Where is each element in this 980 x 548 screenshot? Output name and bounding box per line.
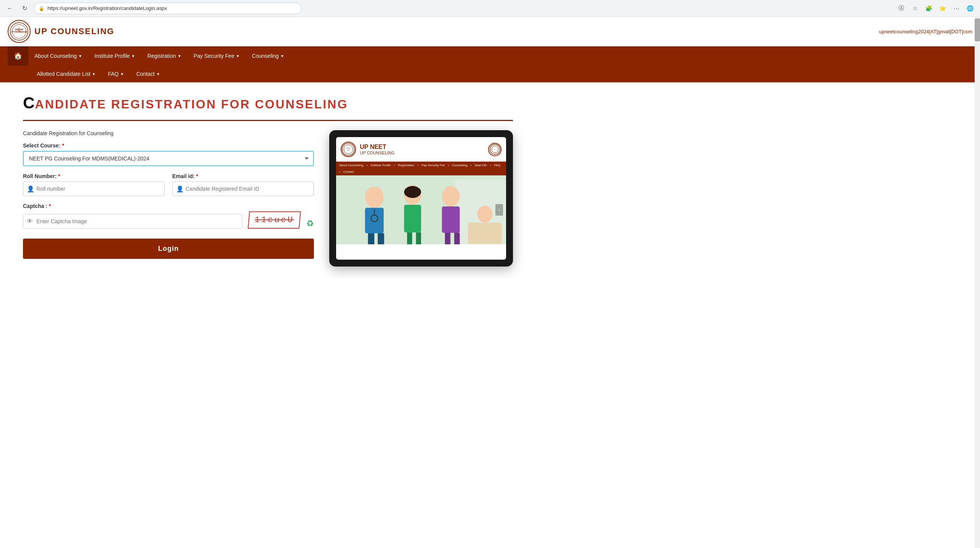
svg-rect-20 bbox=[404, 205, 421, 232]
tablet-next-icon[interactable]: › bbox=[495, 204, 503, 216]
roll-number-label: Roll Number: * bbox=[23, 173, 165, 179]
nav-counseling[interactable]: Counseling ▼ bbox=[246, 47, 290, 64]
tablet-image-area: › bbox=[336, 175, 506, 244]
svg-rect-27 bbox=[454, 233, 460, 244]
captcha-input-wrapper: 👁 bbox=[23, 214, 242, 229]
svg-point-24 bbox=[442, 186, 460, 206]
roll-number-input-wrapper: 👤 bbox=[23, 182, 165, 196]
course-select[interactable]: NEET PG Counseling For MDMS(MEDICAL)-202… bbox=[23, 151, 314, 166]
registration-arrow-icon: ▼ bbox=[178, 54, 181, 58]
nav-row-1: 🏠 About Counseling ▼ Institute Profile ▼… bbox=[8, 46, 972, 65]
svg-point-23 bbox=[404, 186, 421, 198]
svg-rect-22 bbox=[416, 232, 421, 244]
bookmark-icon-btn[interactable]: ⭐ bbox=[937, 3, 948, 14]
more-icon-btn[interactable]: ⋯ bbox=[951, 3, 962, 14]
select-course-label: Select Course: * bbox=[23, 142, 314, 149]
favorites-icon-btn[interactable]: ☆ bbox=[910, 3, 920, 14]
email-input[interactable] bbox=[172, 182, 314, 196]
title-divider bbox=[23, 120, 513, 121]
captcha-input[interactable] bbox=[23, 214, 242, 229]
user-icon-roll: 👤 bbox=[27, 185, 34, 193]
user-icon-email: 👤 bbox=[176, 185, 184, 193]
site-header: GOVT OF UTTAR PRADESH UP COUNSELING upne… bbox=[0, 17, 980, 46]
home-nav-button[interactable]: 🏠 bbox=[8, 46, 28, 65]
roll-number-input[interactable] bbox=[23, 182, 165, 196]
institute-arrow-icon: ▼ bbox=[131, 54, 135, 58]
tablet-logo-text-area: UP NEET UP COUNSELING bbox=[360, 144, 395, 155]
nav-faq[interactable]: FAQ ▼ bbox=[102, 65, 130, 82]
nav-contact[interactable]: Contact ▼ bbox=[130, 65, 166, 82]
svg-rect-15 bbox=[368, 233, 374, 244]
svg-point-10 bbox=[492, 146, 498, 153]
address-bar[interactable]: 🔒 https://upneet.gov.in/Registration/can… bbox=[34, 3, 302, 14]
svg-rect-21 bbox=[407, 232, 412, 244]
header-email: upneetcounseling2024[AT]gmail[DOT]com bbox=[879, 29, 972, 34]
login-button[interactable]: Login bbox=[23, 239, 314, 259]
tablet-nav: About Counseling • Institute Profile • R… bbox=[336, 162, 506, 175]
form-section-title: Candidate Registration for Counseling bbox=[23, 130, 314, 136]
captcha-row: 👁 11cueU ♻ bbox=[23, 211, 314, 229]
tablet-preview: GOVT UP UP NEET UP COUNSELING bbox=[329, 130, 513, 267]
email-label: Email id: * bbox=[172, 173, 314, 179]
captcha-group: Captcha : * 👁 11cueU ♻ bbox=[23, 203, 314, 229]
email-group: Email id: * 👤 bbox=[172, 173, 314, 196]
captcha-label: Captcha : * bbox=[23, 203, 314, 209]
captcha-input-group: 👁 bbox=[23, 214, 242, 229]
counseling-arrow-icon: ▼ bbox=[280, 54, 284, 58]
email-input-wrapper: 👤 bbox=[172, 182, 314, 196]
tablet-logo-main: UP NEET bbox=[360, 144, 395, 150]
page-content: CANDIDATE REGISTRATION FOR COUNSELING Ca… bbox=[0, 82, 536, 278]
nav-row-2: Allotted Candidate List ▼ FAQ ▼ Contact … bbox=[8, 65, 972, 82]
svg-rect-16 bbox=[378, 233, 384, 244]
profile-icon-btn[interactable]: Ⓐ bbox=[896, 3, 906, 14]
main-navigation: 🏠 About Counseling ▼ Institute Profile ▼… bbox=[0, 46, 980, 82]
tablet-logo-emblem-left: GOVT UP bbox=[341, 142, 356, 157]
svg-point-13 bbox=[365, 186, 384, 208]
tablet-logo-area: GOVT UP UP NEET UP COUNSELING bbox=[336, 137, 506, 162]
eye-icon: 👁 bbox=[27, 218, 33, 225]
required-star-roll: * bbox=[58, 173, 60, 179]
pay-arrow-icon: ▼ bbox=[236, 54, 240, 58]
about-arrow-icon: ▼ bbox=[78, 54, 82, 58]
page-title: CANDIDATE REGISTRATION FOR COUNSELING bbox=[23, 94, 513, 112]
nav-registration[interactable]: Registration ▼ bbox=[141, 47, 188, 64]
site-logo: GOVT OF UTTAR PRADESH UP COUNSELING bbox=[8, 20, 114, 43]
browser-toolbar: Ⓐ ☆ 🧩 ⭐ ⋯ 🌐 bbox=[896, 3, 975, 14]
browser-chrome: ← ↻ 🔒 https://upneet.gov.in/Registration… bbox=[0, 0, 980, 17]
url-text: https://upneet.gov.in/Registration/candi… bbox=[47, 5, 167, 11]
tablet-frame: GOVT UP UP NEET UP COUNSELING bbox=[329, 130, 513, 267]
faq-arrow-icon: ▼ bbox=[120, 72, 124, 76]
svg-rect-26 bbox=[445, 233, 450, 244]
refresh-captcha-button[interactable]: ♻ bbox=[306, 219, 314, 229]
roll-number-group: Roll Number: * 👤 bbox=[23, 173, 165, 196]
tablet-logo-emblem-right bbox=[488, 143, 501, 156]
nav-about-counseling[interactable]: About Counseling ▼ bbox=[28, 47, 88, 64]
back-button[interactable]: ← bbox=[5, 3, 15, 14]
required-star-email: * bbox=[196, 173, 198, 179]
nav-allotted-candidate-list[interactable]: Allotted Candidate List ▼ bbox=[31, 65, 102, 82]
nav-institute-profile[interactable]: Institute Profile ▼ bbox=[88, 47, 141, 64]
extensions-icon-btn[interactable]: 🧩 bbox=[923, 3, 934, 14]
contact-arrow-icon: ▼ bbox=[156, 72, 160, 76]
required-star-course: * bbox=[62, 142, 64, 149]
scrollbar[interactable] bbox=[975, 17, 980, 278]
refresh-button[interactable]: ↻ bbox=[19, 3, 30, 14]
scrollbar-thumb[interactable] bbox=[975, 18, 980, 41]
allotted-arrow-icon: ▼ bbox=[92, 72, 96, 76]
doctors-illustration bbox=[336, 175, 506, 244]
select-course-group: Select Course: * NEET PG Counseling For … bbox=[23, 142, 314, 166]
lock-icon: 🔒 bbox=[39, 6, 44, 11]
tablet-logo-sub: UP COUNSELING bbox=[360, 150, 395, 155]
required-star-captcha: * bbox=[49, 203, 51, 209]
svg-rect-29 bbox=[468, 222, 502, 244]
svg-text:UP: UP bbox=[347, 149, 350, 151]
logo-text: UP COUNSELING bbox=[34, 26, 114, 36]
registration-form: Candidate Registration for Counseling Se… bbox=[23, 130, 314, 259]
roll-email-row: Roll Number: * 👤 Email id: * 👤 bbox=[23, 173, 314, 203]
nav-pay-security-fee[interactable]: Pay Security Fee ▼ bbox=[188, 47, 246, 64]
edge-icon-btn[interactable]: 🌐 bbox=[965, 3, 975, 14]
svg-rect-25 bbox=[442, 206, 460, 233]
tablet-screen: GOVT UP UP NEET UP COUNSELING bbox=[336, 137, 506, 260]
svg-point-28 bbox=[477, 206, 493, 222]
form-container-row: Candidate Registration for Counseling Se… bbox=[23, 130, 513, 267]
